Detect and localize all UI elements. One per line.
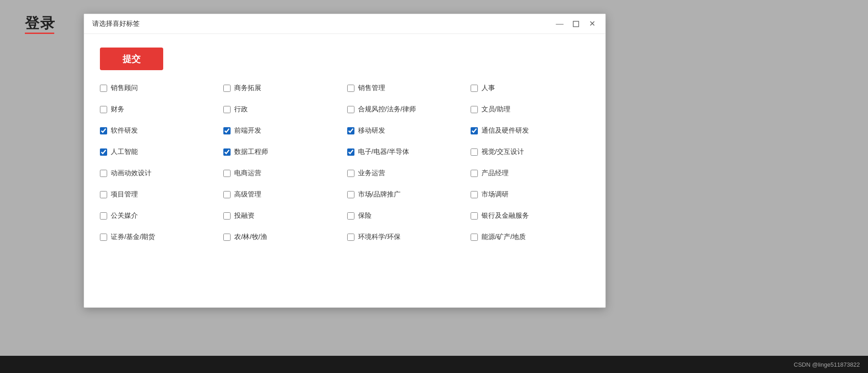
checkbox-data_engineer[interactable] [223, 148, 231, 156]
modal-title: 请选择喜好标签 [92, 19, 140, 28]
tag-item-business_ops[interactable]: 业务运营 [347, 169, 466, 177]
checkbox-insurance[interactable] [347, 212, 354, 220]
tag-item-hr[interactable]: 人事 [471, 84, 590, 92]
tag-label-communication_hardware: 通信及硬件研发 [481, 126, 529, 135]
checkbox-banking[interactable] [471, 212, 478, 220]
checkbox-software_dev[interactable] [100, 127, 107, 134]
svg-rect-0 [573, 21, 579, 27]
page-background: 登录 请选择喜好标签 — ✕ 提交 销售顾问商务拓展销售管理人事财务行政合规风控… [0, 0, 868, 373]
checkbox-product_manager[interactable] [471, 170, 478, 177]
tag-label-banking: 银行及金融服务 [481, 211, 529, 220]
tag-item-finance[interactable]: 财务 [100, 105, 219, 114]
checkbox-agriculture[interactable] [223, 234, 231, 241]
checkbox-communication_hardware[interactable] [471, 127, 478, 134]
close-button[interactable]: ✕ [587, 19, 597, 29]
tag-item-frontend_dev[interactable]: 前端开发 [223, 126, 342, 135]
tag-item-marketing_brand[interactable]: 市场/品牌推广 [347, 190, 466, 199]
tag-item-energy[interactable]: 能源/矿产/地质 [471, 233, 590, 241]
tag-item-project_mgmt[interactable]: 项目管理 [100, 190, 219, 199]
tag-item-administration[interactable]: 行政 [223, 105, 342, 114]
tag-item-ai[interactable]: 人工智能 [100, 148, 219, 156]
tag-item-environment[interactable]: 环境科学/环保 [347, 233, 466, 241]
checkbox-sales_consultant[interactable] [100, 85, 107, 92]
maximize-button[interactable] [571, 19, 581, 29]
tag-label-market_research: 市场调研 [481, 190, 509, 199]
tags-grid: 销售顾问商务拓展销售管理人事财务行政合规风控/法务/律师文员/助理软件研发前端开… [100, 84, 590, 241]
tag-label-animation_design: 动画动效设计 [111, 169, 151, 177]
checkbox-clerk_assistant[interactable] [471, 106, 478, 113]
tag-item-insurance[interactable]: 保险 [347, 211, 466, 220]
tag-item-electronics[interactable]: 电子/电器/半导体 [347, 148, 466, 156]
tag-item-pr_media[interactable]: 公关媒介 [100, 211, 219, 220]
checkbox-frontend_dev[interactable] [223, 127, 231, 134]
tag-label-product_manager: 产品经理 [481, 169, 509, 177]
tag-label-ecommerce: 电商运营 [234, 169, 261, 177]
tag-label-pr_media: 公关媒介 [111, 211, 138, 220]
tag-item-senior_mgmt[interactable]: 高级管理 [223, 190, 342, 199]
tag-item-visual_design[interactable]: 视觉/交互设计 [471, 148, 590, 156]
tag-item-ecommerce[interactable]: 电商运营 [223, 169, 342, 177]
tag-item-clerk_assistant[interactable]: 文员/助理 [471, 105, 590, 114]
tag-label-sales_management: 销售管理 [358, 84, 385, 92]
tag-label-project_mgmt: 项目管理 [111, 190, 138, 199]
tag-label-administration: 行政 [234, 105, 248, 114]
checkbox-marketing_brand[interactable] [347, 191, 354, 198]
checkbox-investment[interactable] [223, 212, 231, 220]
checkbox-finance[interactable] [100, 106, 107, 113]
tag-label-ai: 人工智能 [111, 148, 138, 156]
tag-item-investment[interactable]: 投融资 [223, 211, 342, 220]
checkbox-ai[interactable] [100, 148, 107, 156]
tag-item-mobile_dev[interactable]: 移动研发 [347, 126, 466, 135]
tag-item-product_manager[interactable]: 产品经理 [471, 169, 590, 177]
tag-label-mobile_dev: 移动研发 [358, 126, 385, 135]
checkbox-market_research[interactable] [471, 191, 478, 198]
tag-label-insurance: 保险 [358, 211, 372, 220]
tag-item-animation_design[interactable]: 动画动效设计 [100, 169, 219, 177]
tag-label-environment: 环境科学/环保 [358, 233, 401, 241]
tag-label-software_dev: 软件研发 [111, 126, 138, 135]
checkbox-pr_media[interactable] [100, 212, 107, 220]
checkbox-senior_mgmt[interactable] [223, 191, 231, 198]
minimize-button[interactable]: — [555, 19, 565, 29]
tag-label-compliance_law: 合规风控/法务/律师 [358, 105, 416, 114]
checkbox-project_mgmt[interactable] [100, 191, 107, 198]
checkbox-mobile_dev[interactable] [347, 127, 354, 134]
tag-item-data_engineer[interactable]: 数据工程师 [223, 148, 342, 156]
tag-label-agriculture: 农/林/牧/渔 [234, 233, 267, 241]
checkbox-business_ops[interactable] [347, 170, 354, 177]
tag-item-agriculture[interactable]: 农/林/牧/渔 [223, 233, 342, 241]
tag-item-business_expansion[interactable]: 商务拓展 [223, 84, 342, 92]
checkbox-ecommerce[interactable] [223, 170, 231, 177]
modal-body: 提交 销售顾问商务拓展销售管理人事财务行政合规风控/法务/律师文员/助理软件研发… [84, 34, 605, 307]
checkbox-compliance_law[interactable] [347, 106, 354, 113]
tag-item-sales_management[interactable]: 销售管理 [347, 84, 466, 92]
checkbox-energy[interactable] [471, 234, 478, 241]
tag-item-compliance_law[interactable]: 合规风控/法务/律师 [347, 105, 466, 114]
tag-label-business_expansion: 商务拓展 [234, 84, 261, 92]
modal-dialog: 请选择喜好标签 — ✕ 提交 销售顾问商务拓展销售管理人事财务行政合规风控/法务… [84, 14, 606, 308]
bottom-bar-text: CSDN @linge511873822 [794, 361, 860, 368]
tag-label-business_ops: 业务运营 [358, 169, 385, 177]
submit-button[interactable]: 提交 [100, 48, 163, 70]
checkbox-electronics[interactable] [347, 148, 354, 156]
checkbox-hr[interactable] [471, 85, 478, 92]
tag-label-investment: 投融资 [234, 211, 255, 220]
checkbox-business_expansion[interactable] [223, 85, 231, 92]
tag-item-software_dev[interactable]: 软件研发 [100, 126, 219, 135]
checkbox-administration[interactable] [223, 106, 231, 113]
tag-label-data_engineer: 数据工程师 [234, 148, 268, 156]
tag-label-hr: 人事 [481, 84, 495, 92]
checkbox-visual_design[interactable] [471, 148, 478, 156]
modal-controls: — ✕ [555, 19, 597, 29]
tag-label-finance: 财务 [111, 105, 124, 114]
tag-item-communication_hardware[interactable]: 通信及硬件研发 [471, 126, 590, 135]
tag-item-securities[interactable]: 证券/基金/期货 [100, 233, 219, 241]
tag-item-market_research[interactable]: 市场调研 [471, 190, 590, 199]
checkbox-animation_design[interactable] [100, 170, 107, 177]
tag-item-banking[interactable]: 银行及金融服务 [471, 211, 590, 220]
tag-item-sales_consultant[interactable]: 销售顾问 [100, 84, 219, 92]
checkbox-environment[interactable] [347, 234, 354, 241]
tag-label-electronics: 电子/电器/半导体 [358, 148, 409, 156]
checkbox-securities[interactable] [100, 234, 107, 241]
checkbox-sales_management[interactable] [347, 85, 354, 92]
